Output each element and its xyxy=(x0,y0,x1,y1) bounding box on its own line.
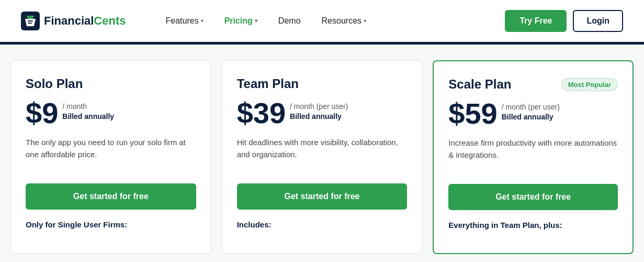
plan-name-scale: Scale Plan xyxy=(448,77,511,92)
plan-description-scale: Increase firm productivity with more aut… xyxy=(448,137,618,171)
plan-price-row-team: $39 / month (per user) Billed annually xyxy=(237,99,408,128)
plan-price-billing-solo: Billed annually xyxy=(62,112,114,121)
plan-price-amount-solo: $9 xyxy=(26,99,58,128)
chevron-down-icon: ▾ xyxy=(201,18,204,24)
plan-footer-scale: Everything in Team Plan, plus: xyxy=(448,221,618,230)
nav-pricing-label: Pricing xyxy=(224,16,253,26)
most-popular-badge: Most Popular xyxy=(561,78,618,91)
plan-description-solo: The only app you need to run your solo f… xyxy=(26,136,196,171)
plan-price-amount-scale: $59 xyxy=(448,99,497,128)
plan-header-scale: Scale Plan Most Popular xyxy=(448,77,618,92)
plan-header-solo: Solo Plan xyxy=(26,77,196,91)
navbar-actions: Try Free Login xyxy=(505,10,623,32)
plan-footer-solo: Only for Single User Firms: xyxy=(26,220,196,229)
navbar: FinancialCents Features ▾ Pricing ▾ Demo… xyxy=(0,0,644,42)
nav-demo-label: Demo xyxy=(278,16,301,26)
plan-price-billing-team: Billed annually xyxy=(290,112,348,121)
get-started-button-team[interactable]: Get started for free xyxy=(237,183,408,210)
nav-menu: Features ▾ Pricing ▾ Demo Resources ▾ xyxy=(157,12,505,30)
nav-item-resources[interactable]: Resources ▾ xyxy=(313,12,375,30)
plan-price-row-scale: $59 / month (per user) Billed annually xyxy=(448,99,618,128)
try-free-button[interactable]: Try Free xyxy=(505,10,567,32)
plan-card-team: Team Plan $39 / month (per user) Billed … xyxy=(222,60,423,254)
nav-item-pricing[interactable]: Pricing ▾ xyxy=(216,12,266,30)
pricing-section: Solo Plan $9 / month Billed annually The… xyxy=(0,45,644,262)
plan-price-billing-scale: Billed annually xyxy=(502,113,560,121)
nav-features-label: Features xyxy=(165,16,198,26)
plan-name-team: Team Plan xyxy=(237,77,299,91)
plan-name-solo: Solo Plan xyxy=(26,77,83,91)
plan-card-solo: Solo Plan $9 / month Billed annually The… xyxy=(10,60,211,254)
get-started-button-scale[interactable]: Get started for free xyxy=(448,184,618,210)
chevron-down-icon: ▾ xyxy=(364,18,366,24)
nav-resources-label: Resources xyxy=(322,16,361,26)
nav-item-demo[interactable]: Demo xyxy=(270,12,309,30)
plan-footer-team: Includes: xyxy=(237,220,408,229)
plan-price-period-team: / month (per user) xyxy=(290,102,348,112)
logo-financial-text: Financial xyxy=(44,14,94,27)
get-started-button-solo[interactable]: Get started for free xyxy=(26,183,196,210)
plan-description-team: Hit deadlines with more visibility, coll… xyxy=(237,136,408,171)
login-button[interactable]: Login xyxy=(573,10,623,32)
logo-cents-text: Cents xyxy=(94,14,126,27)
plan-price-row-solo: $9 / month Billed annually xyxy=(26,99,196,128)
nav-item-features[interactable]: Features ▾ xyxy=(157,12,211,30)
plan-header-team: Team Plan xyxy=(237,77,408,91)
logo[interactable]: FinancialCents xyxy=(21,12,126,30)
plan-price-period-solo: / month xyxy=(62,102,114,112)
plan-price-period-scale: / month (per user) xyxy=(502,102,560,113)
chevron-down-icon: ▾ xyxy=(255,18,257,24)
logo-icon xyxy=(21,12,40,30)
plan-price-amount-team: $39 xyxy=(237,99,286,128)
plan-card-scale: Scale Plan Most Popular $59 / month (per… xyxy=(433,60,634,254)
